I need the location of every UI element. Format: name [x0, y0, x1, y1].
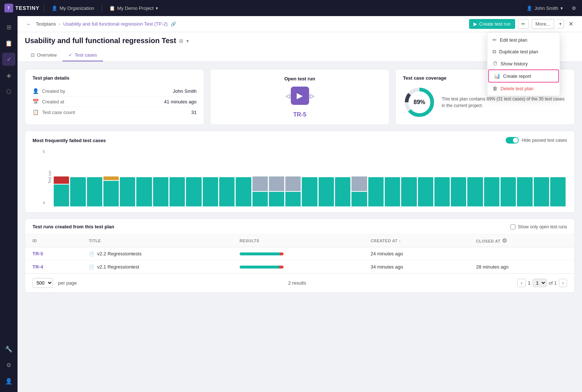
cell-created-at-0: 24 minutes ago	[363, 247, 469, 260]
cell-closed-at-0	[469, 247, 574, 260]
chart-section: Most frequently failed test cases Hide p…	[25, 131, 575, 213]
bar-column-17	[335, 148, 350, 206]
open-test-run-title: Open test run	[284, 76, 315, 81]
bar-segment-teal	[153, 177, 168, 206]
title-chevron-button[interactable]: ▾	[186, 38, 189, 44]
test-case-count-value: 31	[191, 110, 197, 115]
create-test-run-button[interactable]: ▶ Create test run	[469, 19, 515, 29]
user-menu-button[interactable]: 👤 John Smith ▾	[524, 4, 566, 12]
open-run-id[interactable]: TR-5	[293, 111, 307, 118]
bar-column-12	[252, 148, 268, 206]
next-page-button[interactable]: ›	[559, 279, 567, 287]
test-runs-table: ID TITLE RESULTS CREATED AT ↕	[25, 234, 574, 273]
bar-segment-gray	[252, 176, 268, 191]
hide-passed-toggle[interactable]	[506, 137, 519, 144]
bar-column-18	[351, 148, 367, 206]
play-button-bg[interactable]: ▶ ◁ ▷	[291, 87, 309, 105]
bar-column-24	[451, 148, 466, 206]
cell-title-1: 📄 v2.1 Regressiontest	[81, 260, 232, 274]
arrow-left-icon: ◁	[286, 92, 290, 99]
breadcrumb-testplans-link[interactable]: Testplans	[36, 21, 56, 27]
cell-title-0: 📄 v2.2 Regressiontests	[81, 247, 232, 260]
breadcrumb-bar: ← Testplans › Usability and full functio…	[18, 16, 582, 32]
bar-column-29	[534, 148, 549, 206]
results-teal-0	[240, 252, 280, 255]
bar-column-30	[550, 148, 566, 206]
dropdown-delete-test-plan[interactable]: 🗑 Delete test plan	[487, 83, 560, 94]
col-results: RESULTS	[232, 234, 364, 247]
dropdown-create-report[interactable]: 📊 Create report	[488, 69, 559, 83]
run-id-link-1[interactable]: TR-4	[33, 264, 43, 270]
overview-icon: ⊡	[31, 52, 35, 58]
current-page-number: 1	[528, 280, 530, 286]
project-name: My Demo Project	[117, 5, 154, 11]
bar-column-16	[319, 148, 334, 206]
bar-column-2	[87, 148, 102, 206]
breadcrumb-current-page: Usability and full functional regression…	[63, 21, 168, 27]
edit-icon: ✏	[492, 37, 497, 43]
main-content-area: ← Testplans › Usability and full functio…	[18, 16, 582, 392]
back-button[interactable]: ←	[25, 20, 33, 28]
sidebar-item-settings[interactable]: ⚙	[2, 358, 15, 372]
sidebar-item-other[interactable]: ⬡	[2, 85, 15, 98]
bar-column-14	[285, 148, 301, 206]
bar-segment-teal	[186, 177, 201, 206]
per-page-label: per page	[58, 280, 77, 286]
sidebar-item-integrations[interactable]: 🔧	[2, 342, 15, 355]
top-navigation: T TESTINY 👤 My Organization 📋 My Demo Pr…	[0, 0, 582, 16]
tab-overview[interactable]: ⊡ Overview	[25, 49, 62, 61]
title-doc-icon: 📄	[89, 264, 94, 270]
sidebar-item-testplans[interactable]: 📋	[2, 37, 15, 50]
created-at-row: 📅 Created at 41 minutes ago	[33, 96, 197, 107]
dropdown-show-history[interactable]: ⏱ Show history	[487, 58, 560, 69]
dropdown-create-report-label: Create report	[503, 73, 531, 79]
bar-column-5	[136, 148, 152, 206]
organization-selector[interactable]: 👤 My Organization	[49, 4, 97, 12]
prev-page-button[interactable]: ‹	[517, 279, 525, 287]
page-select[interactable]: 1	[533, 279, 547, 287]
bar-segment-teal	[467, 177, 483, 206]
sidebar-item-testruns[interactable]: ✓	[2, 53, 15, 66]
dropdown-duplicate-test-plan[interactable]: ⧉ Duplicate test plan	[487, 46, 560, 58]
bar-segment-teal	[70, 177, 85, 206]
breadcrumb-link-icon-button[interactable]: 🔗	[171, 22, 176, 27]
show-open-runs-checkbox[interactable]	[510, 224, 516, 229]
tab-test-cases[interactable]: ✓ Test cases	[62, 49, 103, 61]
page-title: Usability and full functional regression…	[25, 37, 176, 45]
per-page-control: 500 100 50 25 per page	[33, 278, 77, 288]
column-settings-button[interactable]: ⚙	[502, 237, 507, 244]
bar-segment-teal	[236, 177, 251, 206]
test-plan-details-title: Test plan details	[33, 75, 197, 81]
bar-segment-teal	[335, 177, 350, 206]
sidebar-item-reports[interactable]: ◈	[2, 69, 15, 82]
more-caret-button[interactable]: ▾	[557, 19, 564, 28]
nav-settings-button[interactable]: ⚙	[570, 4, 578, 12]
sidebar-item-dashboard[interactable]: ⊞	[2, 20, 15, 34]
toggle-row: Hide passed test cases	[506, 137, 567, 144]
project-icon: 📋	[109, 5, 115, 11]
close-button[interactable]: ✕	[567, 19, 575, 29]
sidebar-item-user[interactable]: 👤	[2, 374, 15, 388]
bar-segment-teal	[451, 177, 466, 206]
dropdown-history-label: Show history	[501, 61, 528, 66]
bar-column-9	[203, 148, 218, 206]
show-open-runs-label: Show only open test runs	[518, 224, 567, 229]
bar-column-11	[236, 148, 251, 206]
org-icon: 👤	[52, 5, 57, 11]
toggle-knob	[513, 138, 518, 143]
bar-segment-teal	[219, 177, 235, 206]
edit-button[interactable]: ✏	[518, 19, 529, 29]
title-copy-icon-button[interactable]: ⊞	[179, 38, 183, 44]
bar-column-27	[501, 148, 516, 206]
bar-column-25	[467, 148, 483, 206]
more-button[interactable]: More...	[532, 19, 554, 29]
project-selector[interactable]: 📋 My Demo Project ▾	[106, 4, 161, 12]
bar-segment-teal	[484, 177, 499, 206]
bar-segment-teal	[54, 184, 69, 206]
org-name: My Organization	[60, 5, 94, 11]
dropdown-edit-test-plan[interactable]: ✏ Edit test plan	[487, 34, 560, 46]
per-page-select[interactable]: 500 100 50 25	[33, 278, 53, 288]
run-id-link-0[interactable]: TR-5	[33, 251, 43, 256]
chevron-down-icon: ▾	[156, 5, 158, 11]
created-at-label: Created at	[42, 99, 160, 104]
